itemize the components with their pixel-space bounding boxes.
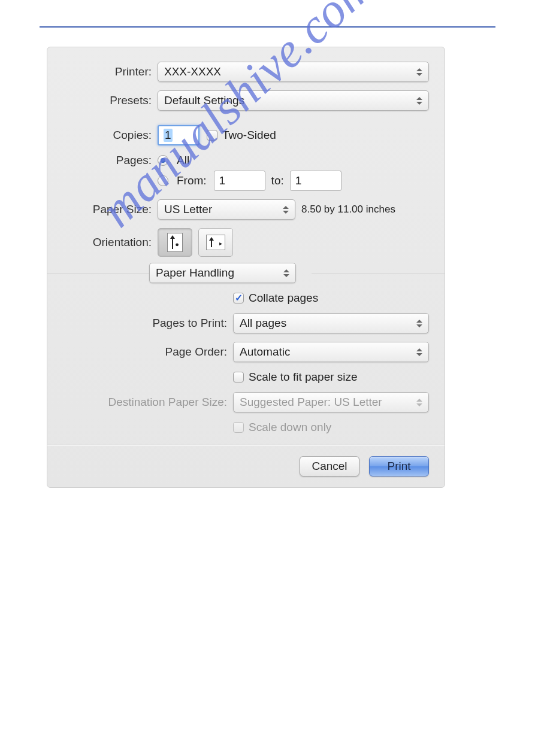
- scale-fit-label: Scale to fit paper size: [249, 371, 358, 384]
- checkbox-icon: ✓: [233, 293, 244, 303]
- dropdown-arrows-icon: [414, 317, 425, 330]
- checkbox-icon: [233, 372, 244, 382]
- pages-from-radio[interactable]: From:: [158, 174, 207, 187]
- dest-paper-dropdown: Suggested Paper: US Letter: [233, 392, 429, 412]
- dropdown-arrows-icon: [280, 203, 291, 216]
- cancel-button[interactable]: Cancel: [300, 456, 359, 476]
- copies-input[interactable]: 1: [158, 125, 200, 145]
- pages-to-label: to:: [271, 174, 284, 187]
- section-separator: Paper Handling: [47, 263, 445, 283]
- checkbox-icon: [207, 130, 217, 141]
- scale-fit-row: Scale to fit paper size: [63, 371, 429, 384]
- pages-to-value: 1: [295, 174, 302, 187]
- portrait-page-icon: ●: [167, 233, 183, 252]
- presets-value: Default Settings: [164, 94, 244, 107]
- dest-paper-label: Destination Paper Size:: [63, 396, 233, 409]
- cancel-button-label: Cancel: [312, 460, 347, 473]
- page-order-value: Automatic: [240, 345, 290, 359]
- pages-to-print-row: Pages to Print: All pages: [63, 313, 429, 333]
- pages-label: Pages:: [63, 154, 158, 167]
- radio-icon: [158, 175, 168, 186]
- dropdown-arrows-icon: [414, 345, 425, 359]
- pages-to-print-dropdown[interactable]: All pages: [233, 313, 429, 333]
- print-button[interactable]: Print: [369, 456, 429, 476]
- button-row: Cancel Print: [63, 456, 429, 476]
- dest-paper-value: Suggested Paper: US Letter: [240, 396, 382, 409]
- pages-all-label: All: [177, 154, 189, 167]
- orientation-landscape-button[interactable]: ▸: [198, 228, 233, 257]
- copies-label: Copies:: [63, 129, 158, 142]
- paper-size-label: Paper Size:: [63, 203, 158, 216]
- dropdown-arrows-icon: [414, 65, 425, 78]
- presets-label: Presets:: [63, 94, 158, 107]
- collate-row: ✓ Collate pages: [63, 292, 429, 305]
- dropdown-arrows-icon: [414, 396, 425, 409]
- pages-from-label: From:: [177, 174, 207, 187]
- scale-fit-checkbox[interactable]: Scale to fit paper size: [233, 371, 358, 384]
- pages-to-input[interactable]: 1: [290, 171, 341, 191]
- scale-down-row: Scale down only: [63, 421, 429, 434]
- dropdown-arrows-icon: [414, 94, 425, 107]
- print-dialog: Printer: XXX-XXXX Presets: Default Setti…: [47, 47, 445, 488]
- scale-down-checkbox: Scale down only: [233, 421, 331, 434]
- two-sided-checkbox[interactable]: Two-Sided: [207, 129, 276, 142]
- pages-range-row: From: 1 to: 1: [63, 171, 429, 191]
- page-order-label: Page Order:: [63, 345, 233, 359]
- collate-label: Collate pages: [249, 292, 318, 305]
- presets-dropdown[interactable]: Default Settings: [158, 90, 429, 111]
- printer-label: Printer:: [63, 65, 158, 78]
- pages-to-print-value: All pages: [240, 317, 286, 330]
- orientation-label: Orientation:: [63, 236, 158, 249]
- copies-value: 1: [164, 129, 173, 142]
- pages-from-input[interactable]: 1: [214, 171, 265, 191]
- copies-row: Copies: 1 Two-Sided: [63, 125, 429, 145]
- paper-size-dropdown[interactable]: US Letter: [158, 199, 295, 220]
- pages-row: Pages: All: [63, 154, 429, 167]
- checkbox-icon: [233, 422, 244, 433]
- paper-size-row: Paper Size: US Letter 8.50 by 11.00 inch…: [63, 199, 429, 220]
- pages-to-print-label: Pages to Print:: [63, 317, 233, 330]
- dest-paper-row: Destination Paper Size: Suggested Paper:…: [63, 392, 429, 412]
- presets-row: Presets: Default Settings: [63, 90, 429, 111]
- two-sided-label: Two-Sided: [222, 129, 276, 142]
- dropdown-arrows-icon: [281, 266, 292, 280]
- pages-all-radio[interactable]: All: [158, 154, 189, 167]
- section-dropdown[interactable]: Paper Handling: [149, 263, 296, 283]
- bottom-separator: [47, 445, 445, 445]
- print-button-label: Print: [387, 460, 410, 473]
- collate-checkbox[interactable]: ✓ Collate pages: [233, 292, 318, 305]
- paper-size-hint: 8.50 by 11.00 inches: [301, 204, 395, 215]
- orientation-row: Orientation: ● ▸: [63, 228, 429, 257]
- paper-size-value: US Letter: [164, 203, 212, 216]
- page-order-dropdown[interactable]: Automatic: [233, 342, 429, 362]
- printer-value: XXX-XXXX: [164, 65, 221, 78]
- page-top-rule: [40, 26, 495, 28]
- printer-dropdown[interactable]: XXX-XXXX: [158, 62, 429, 82]
- orientation-portrait-button[interactable]: ●: [158, 228, 192, 257]
- pages-from-value: 1: [219, 174, 226, 187]
- printer-row: Printer: XXX-XXXX: [63, 62, 429, 82]
- page-order-row: Page Order: Automatic: [63, 342, 429, 362]
- section-value: Paper Handling: [156, 266, 234, 280]
- landscape-page-icon: ▸: [206, 235, 225, 250]
- scale-down-label: Scale down only: [249, 421, 331, 434]
- radio-icon: [158, 155, 168, 166]
